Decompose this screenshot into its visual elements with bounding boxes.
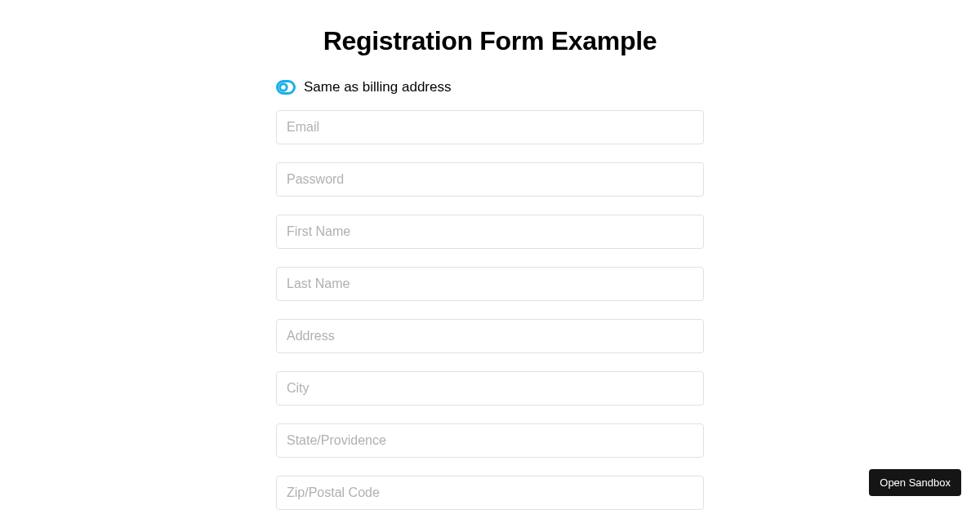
state-field[interactable] [276, 423, 704, 458]
email-field[interactable] [276, 110, 704, 144]
form-field [276, 215, 704, 249]
address-field[interactable] [276, 319, 704, 353]
form-field [276, 476, 704, 510]
form-field [276, 319, 704, 353]
toggle-off-icon[interactable] [276, 80, 296, 95]
password-field[interactable] [276, 162, 704, 197]
form-field [276, 110, 704, 144]
page-title: Registration Form Example [276, 26, 704, 56]
city-field[interactable] [276, 371, 704, 405]
form-container: Registration Form Example Same as billin… [276, 0, 704, 510]
zip-field[interactable] [276, 476, 704, 510]
first-name-field[interactable] [276, 215, 704, 249]
form-field [276, 162, 704, 197]
open-sandbox-button[interactable]: Open Sandbox [869, 469, 961, 496]
svg-point-1 [280, 84, 287, 91]
billing-toggle-row: Same as billing address [276, 79, 704, 95]
form-field [276, 371, 704, 405]
form-field [276, 423, 704, 458]
billing-toggle-label: Same as billing address [304, 79, 451, 95]
last-name-field[interactable] [276, 267, 704, 301]
form-field [276, 267, 704, 301]
